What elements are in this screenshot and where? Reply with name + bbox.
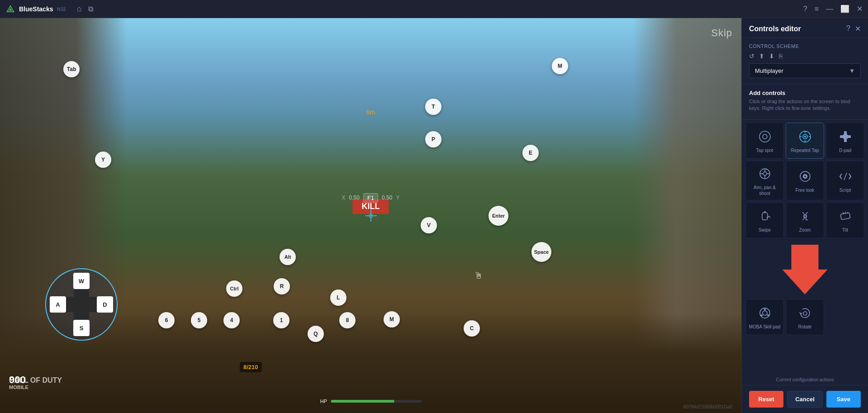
coord-x-label: X bbox=[342, 195, 346, 201]
control-aim-pan-shoot[interactable]: Aim, pan & shoot bbox=[745, 161, 784, 200]
svg-point-10 bbox=[804, 136, 806, 138]
scheme-icon-export[interactable]: ⬇ bbox=[769, 52, 774, 60]
key-enter[interactable]: Enter bbox=[489, 206, 508, 226]
key-alt[interactable]: Alt bbox=[280, 249, 296, 265]
scheme-icon-copy[interactable]: ⎘ bbox=[779, 52, 783, 60]
scheme-icon-import[interactable]: ⬆ bbox=[759, 52, 764, 60]
svg-point-31 bbox=[764, 309, 766, 310]
control-script[interactable]: Script bbox=[826, 161, 864, 200]
key-r[interactable]: R bbox=[274, 278, 290, 294]
call-duty-line2: MOBILE bbox=[9, 385, 62, 390]
key-6[interactable]: 6 bbox=[158, 312, 175, 328]
coord-y-value: 0.50 bbox=[382, 195, 392, 201]
key-w[interactable]: W bbox=[73, 273, 90, 289]
control-tap-spot[interactable]: Tap spot bbox=[745, 123, 784, 159]
scheme-selected-value: Multiplayer bbox=[755, 67, 783, 74]
control-repeated-tap[interactable]: Repeated Tap bbox=[786, 123, 824, 159]
editor-header-icons: ? ✕ bbox=[846, 24, 861, 33]
control-zoom[interactable]: Zoom bbox=[786, 202, 824, 238]
title-bar: BlueStacks N32 ⌂ ⧉ ? ≡ — ⬜ ✕ bbox=[0, 0, 868, 18]
help-icon-panel[interactable]: ? bbox=[846, 24, 850, 33]
game-background: Skip KILL 6m X 0.50 F1 0.50 Y bbox=[0, 18, 741, 413]
close-button[interactable]: ✕ bbox=[857, 5, 863, 13]
tilt-icon bbox=[837, 208, 854, 224]
control-swipe[interactable]: Swipe bbox=[745, 202, 784, 238]
empty-cell bbox=[826, 299, 864, 335]
key-5[interactable]: 5 bbox=[191, 312, 207, 328]
call-duty-line1: CALL OF DUTY bbox=[9, 376, 62, 385]
coord-x-value: 0.50 bbox=[349, 195, 360, 201]
call-duty-logo: CALL OF DUTY MOBILE bbox=[9, 376, 62, 390]
key-8[interactable]: 8 bbox=[339, 312, 356, 328]
mouse-icon: 🖱 bbox=[474, 271, 483, 281]
add-controls-desc: Click or drag the actions on the screen … bbox=[749, 98, 861, 112]
editor-title: Controls editor bbox=[749, 25, 801, 33]
key-c[interactable]: C bbox=[464, 320, 480, 337]
hp-fill bbox=[331, 400, 394, 403]
score-id: 60784d72d60b0001Ga0 bbox=[683, 404, 732, 409]
scheme-select-dropdown[interactable]: Multiplayer ▼ bbox=[749, 63, 861, 78]
control-d-pad[interactable]: D-pad bbox=[826, 123, 864, 159]
close-icon-panel[interactable]: ✕ bbox=[855, 24, 861, 33]
key-y[interactable]: Y bbox=[95, 152, 111, 168]
control-free-look[interactable]: Free look bbox=[786, 161, 824, 200]
control-scheme-section: Control scheme ↺ ⬆ ⬇ ⎘ Multiplayer ▼ bbox=[742, 38, 868, 84]
reset-button[interactable]: Reset bbox=[749, 391, 783, 408]
title-bar-nav: ⌂ ⧉ bbox=[75, 4, 803, 14]
key-4[interactable]: 4 bbox=[223, 312, 240, 328]
free-look-icon bbox=[797, 168, 813, 185]
svg-point-6 bbox=[759, 131, 770, 142]
svg-point-30 bbox=[763, 311, 767, 315]
main-layout: Skip KILL 6m X 0.50 F1 0.50 Y bbox=[0, 18, 868, 413]
key-ctrl[interactable]: Ctrl bbox=[226, 280, 242, 297]
tap-spot-label: Tap spot bbox=[756, 147, 773, 153]
key-1[interactable]: 1 bbox=[273, 312, 289, 328]
key-t[interactable]: T bbox=[425, 99, 441, 115]
free-look-label: Free look bbox=[796, 187, 815, 193]
control-tilt[interactable]: Tilt bbox=[826, 202, 864, 238]
controls-editor-panel: Controls editor ? ✕ Control scheme ↺ ⬆ ⬇… bbox=[741, 18, 868, 413]
key-a[interactable]: A bbox=[50, 296, 66, 313]
key-e[interactable]: E bbox=[522, 145, 539, 161]
control-rotate[interactable]: Rotate bbox=[786, 299, 824, 335]
controls-grid: Tap spot Repeated Tap bbox=[742, 120, 868, 377]
svg-rect-13 bbox=[843, 134, 848, 139]
kill-banner-container: KILL 6m bbox=[366, 109, 375, 116]
cancel-button[interactable]: Cancel bbox=[787, 391, 822, 408]
svg-line-23 bbox=[844, 173, 847, 180]
dpad-container: W S A D bbox=[45, 268, 118, 341]
key-tab[interactable]: Tab bbox=[63, 61, 80, 77]
scheme-icon-refresh[interactable]: ↺ bbox=[749, 52, 754, 60]
zoom-icon bbox=[797, 208, 813, 224]
key-d[interactable]: D bbox=[97, 296, 113, 313]
hp-bar bbox=[331, 400, 421, 403]
svg-point-34 bbox=[803, 312, 807, 315]
chevron-down-icon: ▼ bbox=[849, 67, 855, 74]
controls-row-1: Tap spot Repeated Tap bbox=[745, 123, 864, 159]
game-area: Skip KILL 6m X 0.50 F1 0.50 Y bbox=[0, 18, 741, 413]
menu-icon[interactable]: ≡ bbox=[815, 5, 819, 13]
svg-point-15 bbox=[763, 172, 767, 176]
home-icon[interactable]: ⌂ bbox=[75, 4, 84, 14]
key-l[interactable]: L bbox=[330, 290, 346, 306]
skip-button[interactable]: Skip bbox=[711, 27, 732, 39]
save-button[interactable]: Save bbox=[826, 391, 861, 408]
key-m-top[interactable]: M bbox=[552, 58, 568, 74]
controls-row-2: Aim, pan & shoot Free look bbox=[745, 161, 864, 200]
key-q[interactable]: Q bbox=[308, 326, 324, 342]
maximize-button[interactable]: ⬜ bbox=[840, 5, 849, 13]
moba-skill-pad-label: MOBA Skill pad bbox=[749, 324, 780, 330]
key-m-mid[interactable]: M bbox=[384, 311, 400, 328]
bluestacks-logo-icon bbox=[5, 4, 15, 14]
control-moba-skill-pad[interactable]: MOBA Skill pad bbox=[745, 299, 784, 335]
minimize-button[interactable]: — bbox=[826, 5, 833, 13]
editor-header: Controls editor ? ✕ bbox=[742, 18, 868, 38]
key-s[interactable]: S bbox=[73, 320, 90, 336]
key-space[interactable]: Space bbox=[531, 242, 551, 262]
hp-label: HP bbox=[320, 399, 327, 404]
key-v[interactable]: V bbox=[421, 217, 437, 233]
key-p[interactable]: P bbox=[425, 131, 441, 147]
multi-instance-icon[interactable]: ⧉ bbox=[86, 5, 95, 13]
kill-distance: 6m bbox=[366, 109, 375, 116]
help-icon[interactable]: ? bbox=[803, 5, 807, 13]
